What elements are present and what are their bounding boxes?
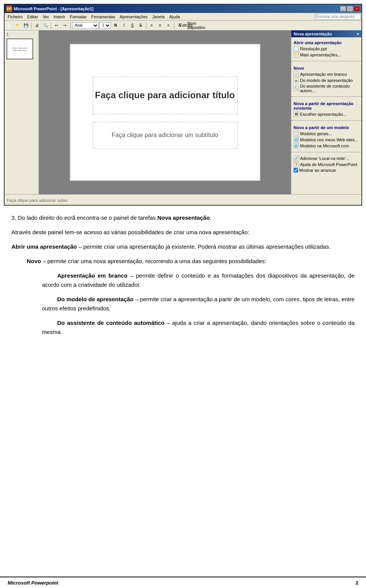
wizard-icon: 🔧 [294, 86, 299, 91]
ms-icon: 🌐 [294, 143, 299, 149]
bold-btn[interactable]: N [112, 22, 119, 29]
help-icon: ❓ [294, 162, 299, 167]
size-selector[interactable]: 18 [100, 22, 111, 29]
assistente-label: Do assistente de conteúdo automático [57, 320, 164, 326]
paragraph-6: Do modelo de apresentação – permite cria… [11, 295, 355, 313]
item-mais-apresentacoes[interactable]: 📁 Mais apresentações... [294, 52, 359, 58]
separator2 [51, 22, 51, 29]
menu-formatar[interactable]: Formatar [67, 14, 89, 19]
web-icon: 🌐 [294, 137, 299, 142]
align-center-btn[interactable]: ≡ [156, 22, 164, 29]
divider2 [291, 96, 361, 97]
item-modelos-gerais[interactable]: 📋 Modelos gerais... [294, 131, 359, 137]
undo-btn[interactable]: ↩ [53, 22, 60, 29]
divider4 [291, 152, 361, 152]
modelo-label: Do modelo de apresentação [57, 296, 133, 302]
abrir-label: Abrir uma apresentação [11, 243, 77, 250]
right-panel-novo-section: Novo □ Apresentação em branco 🗂 Do model… [291, 63, 361, 95]
slide-thumbnail[interactable]: Faça clique para adicionar título [6, 38, 33, 59]
paragraph-5: Apresentação em branco – permite definir… [11, 271, 355, 289]
close-button[interactable]: × [354, 6, 360, 11]
slide-editor: Faça clique para adicionar título Faça c… [39, 30, 291, 194]
para1-text: 3. Do lado direito do ecrã encontra-se o… [11, 214, 211, 221]
menu-ver[interactable]: Ver [40, 14, 51, 19]
network-icon: 🔗 [294, 156, 299, 161]
right-panel: Nova apresentação × Abrir uma apresentaç… [291, 30, 361, 194]
right-panel-header: Nova apresentação × [291, 30, 361, 37]
separator1 [31, 22, 32, 29]
para4-text: – permite criar uma nova apresentação, r… [41, 258, 266, 264]
item-local-rede[interactable]: 🔗 Adicionar 'Local na rede'... [294, 155, 359, 161]
menu-ficheiro[interactable]: Ficheiro [5, 14, 25, 19]
open-btn[interactable]: 📁 [14, 22, 21, 29]
right-panel-existente-section: Nova a partir de apresentação existente … [291, 98, 361, 119]
powerpoint-screenshot: PP Microsoft PowerPoint - [Apresentação1… [4, 4, 362, 206]
novo-diapositivo-btn[interactable]: Novo diapositivo [193, 22, 200, 29]
general-icon: 📋 [294, 131, 299, 136]
paragraph-7: Do assistente de conteúdo automático – a… [11, 318, 355, 337]
paragraph-4: Novo – permite criar uma nova apresentaç… [11, 257, 355, 266]
item-assistente[interactable]: 🔧 Do assistente de conteúdo autom... [294, 83, 359, 93]
item-modelo[interactable]: 🗂 Do modelo de apresentação [294, 77, 359, 83]
slide-title-area[interactable]: Faça clique para adicionar título [93, 76, 238, 114]
branco-label: Apresentação em branco [57, 272, 128, 279]
blank-icon: □ [294, 72, 299, 77]
item-branco[interactable]: □ Apresentação em branco [294, 71, 359, 77]
maximize-button[interactable]: □ [347, 6, 353, 11]
separator4 [146, 22, 146, 29]
existente-section-title: Nova a partir de apresentação existente [294, 101, 359, 110]
title-bar: PP Microsoft PowerPoint - [Apresentação1… [5, 5, 361, 13]
item-escolher[interactable]: 🖼 Escolher apresentação... [294, 111, 359, 117]
align-right-btn[interactable]: ≡ [165, 22, 172, 29]
item-ajuda[interactable]: ❓ Ajuda do Microsoft PowerPoint [294, 161, 359, 168]
app-icon: PP [6, 6, 12, 12]
item-modelos-web[interactable]: 🌐 Modelos nos meus Web sites... [294, 137, 359, 143]
right-panel-outros-section: 🔗 Adicionar 'Local na rede'... ❓ Ajuda d… [291, 154, 361, 174]
paragraph-1: 3. Do lado direito do ecrã encontra-se o… [11, 213, 355, 222]
menu-editar[interactable]: Editar [25, 14, 40, 19]
menu-inserir[interactable]: Inserir [51, 14, 67, 19]
nova-apresentacao-label: Nova apresentação [157, 214, 210, 221]
search-input[interactable] [315, 14, 361, 20]
slide-title-text: Faça clique para adicionar título [95, 90, 235, 101]
italic-btn[interactable]: I [120, 22, 128, 29]
slide-panel: 1 Faça clique para adicionar título [5, 30, 39, 194]
new-btn[interactable]: 📄 [5, 22, 13, 29]
minimize-button[interactable]: _ [340, 6, 346, 11]
menu-bar: Ficheiro Editar Ver Inserir Formatar Fer… [5, 13, 361, 21]
menu-apresentacoes[interactable]: Apresentações [117, 14, 150, 19]
font-selector[interactable]: Arial [72, 22, 99, 29]
item-modelos-microsoft[interactable]: 🌐 Modelos na Microsoft.com [294, 143, 359, 149]
strikethrough-btn[interactable]: S [137, 22, 144, 29]
novo-label: Novo [27, 258, 41, 264]
item-mostrar-arrancar[interactable]: Mostrar ao arrancar [294, 168, 359, 173]
preview-btn[interactable]: 🔍 [42, 22, 49, 29]
right-panel-close[interactable]: × [357, 32, 359, 36]
mostrar-checkbox[interactable] [294, 168, 298, 173]
divider3 [291, 120, 361, 121]
item-resolucao[interactable]: 📄 Resolução.ppt [294, 46, 359, 52]
save-btn[interactable]: 💾 [22, 22, 30, 29]
template-icon: 🗂 [294, 78, 299, 83]
search-area [315, 14, 361, 20]
slide-number: 1 [6, 32, 37, 37]
slide-canvas[interactable]: Faça clique para adicionar título Faça c… [70, 44, 260, 181]
menu-ajuda[interactable]: Ajuda [167, 14, 182, 19]
underline-btn[interactable]: S [128, 22, 136, 29]
menu-janela[interactable]: Janela [150, 14, 167, 19]
main-area: 1 Faça clique para adicionar título Faça… [5, 30, 361, 194]
paragraph-2: Através deste painel tem-se acesso as vá… [11, 228, 355, 237]
open-section-title: Abrir uma apresentação [294, 40, 359, 45]
menu-ferramentas[interactable]: Ferramentas [89, 14, 117, 19]
footer-brand: Microsoft Powerpoint [8, 580, 58, 586]
bottom-bar: Microsoft Powerpoint 2 [0, 577, 366, 588]
slide-subtitle-area[interactable]: Faça clique para adicionar um subtítulo [93, 122, 238, 149]
window-title: Microsoft PowerPoint - [Apresentação1] [14, 6, 93, 11]
notes-placeholder: Faça clique para adicionar notas [7, 198, 67, 203]
print-btn[interactable]: 🖨 [33, 22, 41, 29]
para2-text: Através deste painel tem-se acesso as vá… [11, 229, 249, 235]
window-controls: _ □ × [340, 6, 360, 11]
notes-bar[interactable]: Faça clique para adicionar notas [5, 194, 361, 206]
redo-btn[interactable]: ↪ [61, 22, 69, 29]
align-left-btn[interactable]: ≡ [148, 22, 156, 29]
